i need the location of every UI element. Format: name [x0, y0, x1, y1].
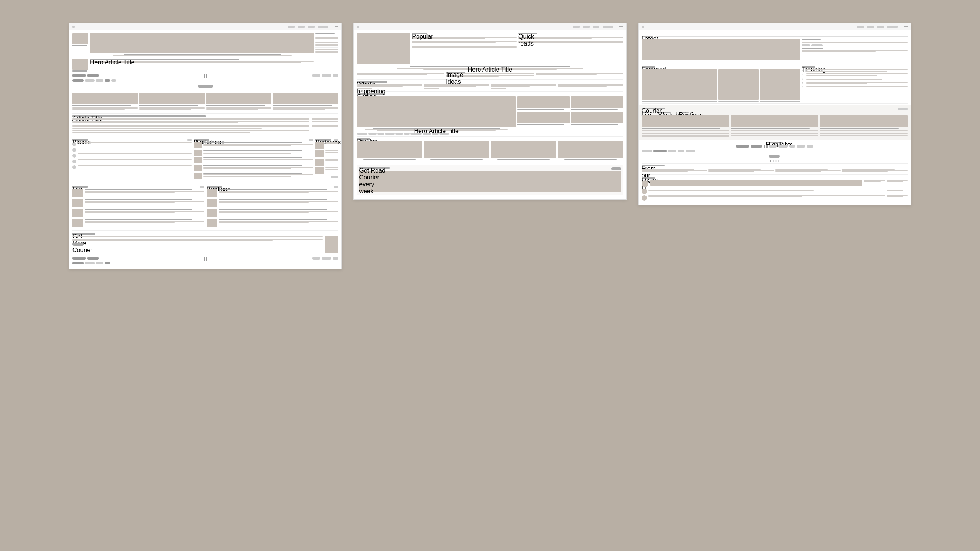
play-button-3[interactable]: [642, 195, 647, 201]
nav-link[interactable]: [867, 26, 874, 28]
tag-5[interactable]: [395, 133, 403, 135]
workshop-desc: [203, 145, 291, 146]
podcasts-more[interactable]: [334, 139, 338, 141]
hl-tab-6[interactable]: [797, 145, 805, 148]
subscribe-button[interactable]: [611, 167, 621, 170]
nav-link[interactable]: [308, 26, 315, 28]
life-more[interactable]: [200, 186, 204, 188]
wh-link[interactable]: [357, 88, 372, 89]
hl-tab-7[interactable]: [807, 145, 813, 148]
cw-tab-workshops[interactable]: Workshops: [658, 112, 670, 113]
hamburger-icon-2[interactable]: [619, 26, 623, 28]
nav-link[interactable]: [877, 26, 884, 28]
divider: [357, 79, 623, 80]
get-more-button[interactable]: [72, 243, 84, 246]
cw-submit-btn[interactable]: [898, 108, 908, 110]
footer-subtab-4[interactable]: [105, 262, 110, 264]
friend-3: [775, 168, 841, 173]
hl-tab-2[interactable]: [751, 145, 762, 148]
hl-subtab-5[interactable]: [686, 150, 695, 152]
tab-2[interactable]: [87, 74, 99, 77]
wh-link[interactable]: [424, 88, 439, 89]
place-icon-5: [72, 165, 76, 169]
nav-link[interactable]: [288, 26, 295, 28]
tag-6[interactable]: [404, 133, 410, 135]
footer-tab-2[interactable]: [87, 257, 99, 260]
hl-subtab-4[interactable]: [678, 150, 684, 152]
footer-tab-3[interactable]: [312, 257, 320, 260]
highlights-cta-btn[interactable]: [769, 155, 780, 158]
tag-2[interactable]: [368, 133, 377, 135]
tab-5[interactable]: [333, 74, 338, 77]
briefings-more[interactable]: [334, 186, 338, 188]
places-more[interactable]: [187, 139, 192, 141]
nav-link[interactable]: [573, 26, 580, 28]
content-tab-4[interactable]: [105, 79, 110, 82]
hl-tab-5[interactable]: [789, 145, 795, 148]
tag-3[interactable]: [377, 133, 384, 135]
newsletter-button[interactable]: [198, 85, 213, 88]
briefing-desc: [219, 212, 309, 213]
divider: [357, 163, 623, 163]
tag-1[interactable]: [357, 133, 368, 135]
workshops-more[interactable]: [309, 139, 313, 141]
nav-link[interactable]: [583, 26, 590, 28]
nav-link[interactable]: [593, 26, 599, 28]
tab-4[interactable]: [322, 74, 331, 77]
play-button-main[interactable]: [642, 180, 648, 187]
footer-tab-1[interactable]: [72, 257, 86, 260]
nav-link[interactable]: [603, 26, 613, 28]
article-img-1: [72, 33, 88, 44]
hl-subtab-3[interactable]: [668, 150, 676, 152]
content-tab-1[interactable]: [72, 79, 84, 82]
tag-4[interactable]: [385, 133, 395, 135]
tab-3[interactable]: [312, 74, 320, 77]
footer-subtab-2[interactable]: [85, 262, 95, 264]
content-tab-3[interactable]: [96, 79, 103, 82]
content-tab-2[interactable]: [85, 79, 95, 82]
content-tab-5[interactable]: [111, 79, 116, 82]
nav-link[interactable]: [298, 26, 305, 28]
nav-link[interactable]: [318, 26, 328, 28]
footer-tabs-row: [72, 257, 338, 261]
footer-subtab-3[interactable]: [96, 262, 103, 264]
nav-link[interactable]: [887, 26, 898, 28]
tab-1[interactable]: [72, 74, 86, 77]
hamburger-icon-3[interactable]: [904, 26, 908, 28]
wh-link[interactable]: [491, 88, 506, 89]
footer-tab-4[interactable]: [322, 257, 331, 260]
p3-featured: Featured: [642, 64, 800, 102]
hl-subtab-2[interactable]: [653, 150, 667, 152]
hamburger-icon[interactable]: [335, 26, 338, 28]
nav-link[interactable]: [857, 26, 864, 28]
brand-icon-2: [357, 26, 359, 28]
life-item-4: [72, 219, 204, 227]
get-more-title: Get More Courier: [72, 233, 95, 235]
hl-tab-3[interactable]: [769, 145, 777, 148]
hl-tab-1[interactable]: [736, 145, 749, 148]
latest-tag-2[interactable]: [811, 44, 823, 46]
cw-tab-briefings[interactable]: Briefings: [679, 112, 689, 113]
cw-tab-life[interactable]: Life: [642, 112, 649, 113]
article-hero-main: [90, 33, 314, 57]
podcast-title: [325, 150, 338, 151]
footer-tab-5[interactable]: [333, 257, 338, 260]
sub-article-img: [72, 59, 88, 70]
section-divider: [89, 187, 198, 187]
dot-2[interactable]: [773, 160, 774, 162]
dot-3[interactable]: [775, 160, 777, 162]
ii-line: [536, 72, 623, 72]
newsletter-link[interactable]: [331, 176, 338, 178]
dot-4[interactable]: [778, 160, 779, 162]
dot-1[interactable]: [770, 160, 771, 162]
cw-line: [731, 132, 818, 132]
article-card-desc: [139, 108, 205, 109]
hl-tab-4[interactable]: [778, 145, 788, 148]
latest-tag-1[interactable]: [802, 44, 810, 46]
top-articles-row: [72, 33, 338, 57]
hl-subtab-1[interactable]: [642, 150, 652, 152]
listen-progress-bar[interactable]: [650, 180, 862, 186]
play-button-2[interactable]: [642, 189, 647, 194]
footer-subtab-1[interactable]: [72, 262, 84, 264]
trending-line: [806, 83, 867, 84]
